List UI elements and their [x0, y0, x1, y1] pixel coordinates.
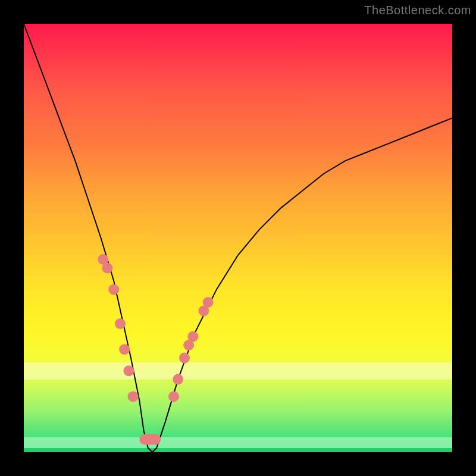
minimum-lozenge	[139, 434, 161, 444]
marker-dot	[128, 391, 139, 402]
marker-dot	[119, 344, 130, 355]
marker-dot	[187, 331, 198, 342]
marker-dot	[168, 391, 179, 402]
bottleneck-curve	[24, 24, 452, 452]
marker-dot	[179, 353, 190, 364]
marker-dot	[203, 297, 214, 308]
chart-svg	[24, 24, 452, 452]
attribution-text: TheBottleneck.com	[364, 4, 471, 17]
marker-dot	[173, 374, 183, 385]
minimum-segment	[139, 434, 161, 444]
marker-dots	[98, 254, 213, 402]
marker-dot	[115, 318, 126, 329]
marker-dot	[108, 284, 119, 295]
marker-dot	[123, 365, 134, 376]
chart-frame: TheBottleneck.com	[0, 0, 476, 476]
marker-dot	[102, 262, 112, 273]
plot-area	[24, 24, 452, 452]
